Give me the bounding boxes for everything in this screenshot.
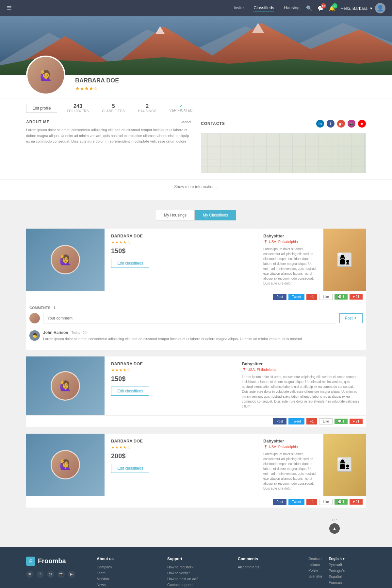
messages-badge: 12	[321, 3, 326, 9]
card-user-name-3: BARBARA DOE	[111, 439, 252, 443]
chevron-down-icon: ▾	[370, 6, 372, 11]
card-user-name-1: BARBARA DOE	[111, 233, 252, 238]
like-button-1[interactable]: Like	[319, 294, 332, 300]
footer-news-link[interactable]: News	[97, 583, 154, 587]
footer-company-link[interactable]: Company	[97, 565, 154, 569]
card-price-2: 150$	[111, 375, 230, 383]
chat-button-3[interactable]: 💬 1	[335, 499, 348, 505]
footer-lang-english[interactable]: English ▾	[329, 557, 345, 561]
linkedin-icon[interactable]: in	[316, 120, 324, 128]
user-greeting: Hello, Barbara	[340, 6, 368, 11]
footer-register-link[interactable]: How to register?	[167, 565, 225, 569]
footer-contact-link[interactable]: Contact support	[167, 583, 225, 587]
card-desc-location-3: 📍 USA, Philadelphia	[263, 445, 318, 449]
tab-housings[interactable]: My Housings	[156, 210, 195, 220]
footer-support-title: Support	[167, 557, 225, 561]
tabs-row: My Housings My Classifieds	[26, 210, 366, 220]
up-label: UP	[332, 518, 337, 522]
card-desc-text-3: Lorem ipsum dolor sit amet, consectetur …	[263, 452, 318, 491]
card-info-2: BARBARA DOE ★★★★☆ 150$ Edit classifieds	[105, 356, 237, 415]
instagram-icon[interactable]: 📷	[348, 120, 355, 128]
profile-stats: 243 FOLLOWERS 5 CLASSIFIEDS 2 HAUSINGS ✓…	[67, 103, 193, 113]
footer-col-lang: Deutsch Italiano Polski Svenska English …	[308, 557, 366, 588]
footer-linkedin-icon[interactable]: in	[26, 571, 33, 578]
like-button-3[interactable]: Like	[319, 499, 332, 505]
footer-lang-spanish[interactable]: Español	[329, 575, 345, 579]
footer-instagram-icon[interactable]: 📷	[57, 571, 65, 578]
footer-mission-link[interactable]: Mission	[97, 577, 154, 581]
comment-text-1: Lorem ipsum dolor sit amet, consectetur …	[43, 336, 302, 342]
heart-button-3[interactable]: ♥ 21	[350, 499, 363, 505]
up-button[interactable]: UP ▲	[329, 518, 340, 534]
footer-lang-italiano[interactable]: Italiano	[308, 562, 322, 566]
facebook-icon[interactable]: f	[327, 120, 335, 128]
footer-lang-deutsch[interactable]: Deutsch	[308, 557, 322, 561]
show-more-button[interactable]: Show more information...	[174, 184, 218, 189]
up-circle-btn[interactable]: ▲	[329, 523, 340, 534]
footer-brand: F Froomba in f g+ 📷 ▶	[26, 557, 84, 588]
footer-post-link[interactable]: How to post an ad?	[167, 577, 225, 581]
hamburger-icon[interactable]: ☰	[7, 5, 12, 12]
social-bar-1: Post Tweet +1 Like 💬 1 ♥ 21	[26, 291, 366, 303]
stat-followers: 243 FOLLOWERS	[67, 103, 89, 113]
profile-section: 🙋‍♀️ BARBARA DOE ★★★★☆ Edit profile 243 …	[0, 75, 392, 200]
heart-button-2[interactable]: ♥ 21	[350, 419, 363, 424]
tweet-button-3[interactable]: Tweet	[288, 499, 304, 505]
messages-icon[interactable]: 💬 12	[318, 5, 324, 11]
footer-team-link[interactable]: Team	[97, 571, 154, 575]
edit-classifieds-button-3[interactable]: Edit classifieds	[111, 464, 149, 473]
post-button-1[interactable]: Post	[273, 294, 286, 300]
footer-google-icon[interactable]: g+	[47, 571, 54, 578]
profile-stars: ★★★★☆	[75, 85, 366, 92]
footer-lang-svenska[interactable]: Svenska	[308, 574, 322, 578]
youtube-icon[interactable]: ▶	[358, 120, 366, 128]
card-thumb-3: 🙋‍♀️	[26, 434, 105, 496]
card-avatar-1: 🙋‍♀️	[51, 245, 80, 274]
user-avatar: 👤	[375, 3, 385, 13]
footer-verify-link[interactable]: How to verify?	[167, 571, 225, 575]
user-menu[interactable]: Hello, Barbara ▾ 👤	[340, 3, 385, 13]
like-button-2[interactable]: Like	[319, 418, 332, 424]
footer-youtube-icon[interactable]: ▶	[68, 571, 75, 578]
chat-button-1[interactable]: 💬 1	[335, 294, 348, 300]
social-icons: in f g+ 📷 ▶	[316, 120, 366, 128]
footer-lang-french[interactable]: Français	[329, 580, 345, 584]
footer-lang-portuguese[interactable]: Português	[329, 569, 345, 573]
heart-button-1[interactable]: ♥ 21	[350, 294, 363, 300]
footer-about-title: About us	[97, 557, 154, 561]
footer: F Froomba in f g+ 📷 ▶ About us Company T…	[0, 547, 392, 588]
footer-lang-polski[interactable]: Polski	[308, 568, 322, 572]
tweet-button-1[interactable]: Tweet	[288, 294, 304, 300]
notifications-icon[interactable]: 🔔 1	[329, 5, 335, 11]
footer-lang-russian[interactable]: Русский	[329, 563, 345, 567]
nav-invite[interactable]: Invite	[234, 5, 244, 11]
post-button-2[interactable]: Post	[273, 418, 286, 424]
nav-housing[interactable]: Hausing	[284, 5, 300, 11]
edit-classifieds-button-1[interactable]: Edit classifieds	[111, 259, 149, 268]
card-price-1: 150$	[111, 247, 252, 255]
plus-button-1[interactable]: +1	[306, 294, 317, 300]
card-main-1: 🙋‍♀️ BARBARA DOE ★★★★☆ 150$ Edit classif…	[26, 229, 366, 291]
post-button-3[interactable]: Post	[273, 499, 286, 505]
card-main-3: 🙋‍♀️ BARBARA DOE ★★★★☆ 200$ Edit classif…	[26, 434, 366, 496]
footer-social: in f g+ 📷 ▶	[26, 571, 84, 578]
about-subtitle: Model	[181, 120, 191, 124]
card-desc-2: Babysitter 📍 USA, Philadelphia Lorem ips…	[237, 356, 366, 415]
search-icon[interactable]: 🔍	[306, 5, 313, 11]
plus-button-3[interactable]: +1	[306, 499, 317, 505]
edit-classifieds-button-2[interactable]: Edit classifieds	[111, 387, 149, 396]
stat-classifieds: 5 CLASSIFIEDS	[102, 103, 125, 113]
plus-button-2[interactable]: +1	[306, 418, 317, 424]
card-info-3: BARBARA DOE ★★★★☆ 200$ Edit classifieds	[105, 434, 258, 496]
google-icon[interactable]: g+	[337, 120, 345, 128]
tab-classifieds[interactable]: My Classifieds	[195, 210, 236, 220]
comment-input-1[interactable]	[43, 313, 336, 323]
chat-button-2[interactable]: 💬 1	[335, 419, 348, 424]
footer-allcomments-link[interactable]: All comments	[238, 565, 295, 569]
edit-profile-button[interactable]: Edit profile	[26, 104, 57, 113]
nav-classifieds[interactable]: Classifieds	[253, 5, 274, 11]
comments-section-1: COMMENTS · 1 Post ✈ 👨 John Harison Today…	[26, 303, 366, 350]
footer-facebook-icon[interactable]: f	[37, 571, 44, 578]
tweet-button-2[interactable]: Tweet	[288, 418, 304, 424]
post-comment-button-1[interactable]: Post ✈	[339, 313, 363, 323]
